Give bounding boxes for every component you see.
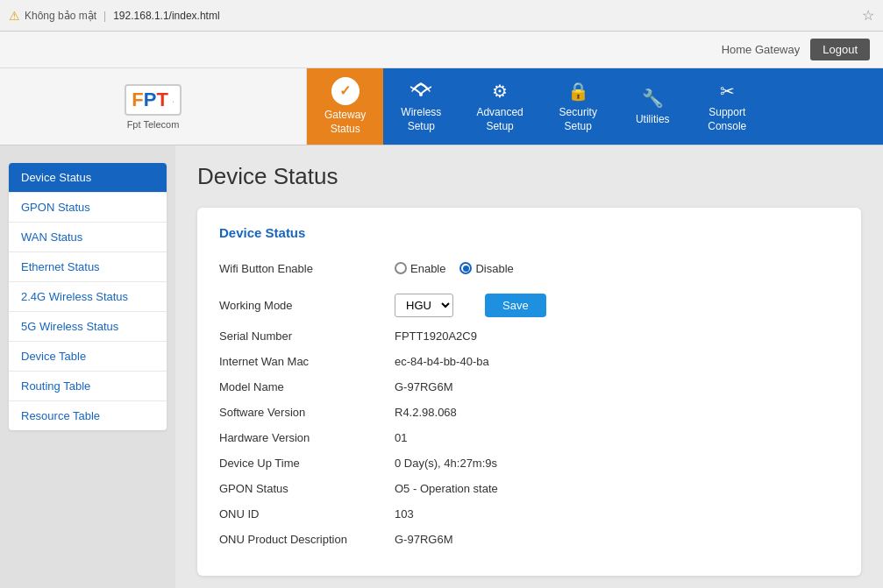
tab-support-console[interactable]: ✂ Support Console <box>690 68 765 145</box>
browser-bar: ⚠ Không bảo mật | 192.168.1.1/index.html… <box>0 0 883 32</box>
browser-url: 192.168.1.1/index.html <box>113 10 855 22</box>
sidebar-item-ethernet-status[interactable]: Ethernet Status <box>9 252 167 282</box>
svg-point-0 <box>419 93 423 96</box>
header-row: F P T . Fpt Telecom ✓ Gateway Status <box>0 68 883 145</box>
field-label-2: Model Name <box>219 380 395 393</box>
data-row: Model NameG-97RG6M <box>219 380 839 393</box>
tab-security-setup-label: Security Setup <box>559 106 597 133</box>
wifi-enable-option[interactable]: Enable <box>395 262 445 275</box>
field-label-4: Hardware Version <box>219 431 395 444</box>
tab-advanced-setup-label: Advanced Setup <box>476 106 523 133</box>
wifi-button-label: Wifi Button Enable <box>219 262 395 275</box>
field-label-6: GPON Status <box>219 482 395 495</box>
tab-advanced-setup[interactable]: ⚙ Advanced Setup <box>459 68 540 145</box>
fpt-letter-f: F <box>132 89 143 111</box>
field-value-3: R4.2.98.068 <box>395 406 457 419</box>
tab-security-setup[interactable]: 🔒 Security Setup <box>541 68 616 145</box>
field-value-8: G-97RG6M <box>395 533 452 546</box>
top-bar: Home Gateway Logout <box>0 32 883 68</box>
enable-label: Enable <box>410 262 445 275</box>
gateway-status-icon: ✓ <box>331 77 360 105</box>
sidebar-item-device-table[interactable]: Device Table <box>9 342 167 372</box>
data-row: Internet Wan Macec-84-b4-bb-40-ba <box>219 355 839 368</box>
enable-radio[interactable] <box>395 262 407 274</box>
sidebar-item-device-status[interactable]: Device Status <box>9 163 167 193</box>
data-row: Hardware Version01 <box>219 431 839 444</box>
field-label-3: Software Version <box>219 406 395 419</box>
wifi-button-radio-group: Enable Disable <box>395 262 514 275</box>
fpt-letter-p: P <box>144 89 157 111</box>
field-label-7: ONU ID <box>219 507 395 521</box>
bookmark-icon[interactable]: ☆ <box>862 7 874 24</box>
security-setup-icon: 🔒 <box>567 80 589 103</box>
brand-name: Fpt Telecom <box>127 119 180 130</box>
sidebar-item-wan-status[interactable]: WAN Status <box>9 223 167 252</box>
fpt-letter-t: T <box>156 89 167 111</box>
main-layout: Device Status GPON Status WAN Status Eth… <box>0 145 883 588</box>
field-label-5: Device Up Time <box>219 457 395 470</box>
tab-gateway-status-label: Gateway Status <box>324 109 366 136</box>
security-warning: ⚠ Không bảo mật <box>9 9 96 23</box>
device-status-card: Device Status Wifi Button Enable Enable … <box>197 208 861 576</box>
working-mode-value: HGU SFU Save <box>395 294 546 317</box>
wifi-button-row: Wifi Button Enable Enable Disable <box>219 256 839 280</box>
tab-utilities[interactable]: 🔧 Utilities <box>616 68 690 145</box>
field-value-0: FPTT1920A2C9 <box>395 329 477 343</box>
card-title: Device Status <box>219 225 839 240</box>
advanced-setup-icon: ⚙ <box>492 80 508 103</box>
disable-label: Disable <box>475 262 513 275</box>
field-value-1: ec-84-b4-bb-40-ba <box>395 355 489 368</box>
home-gateway-label: Home Gateway <box>722 43 801 56</box>
device-data-fields: Serial NumberFPTT1920A2C9Internet Wan Ma… <box>219 329 839 546</box>
data-row: GPON StatusO5 - Operation state <box>219 482 839 495</box>
data-row: Software VersionR4.2.98.068 <box>219 406 839 419</box>
page-title: Device Status <box>197 163 861 190</box>
main-nav: ✓ Gateway Status Wireless Setup ⚙ Advanc… <box>307 68 883 145</box>
data-row: ONU Product DescriptionG-97RG6M <box>219 533 839 546</box>
sidebar-item-gpon-status[interactable]: GPON Status <box>9 193 167 223</box>
content-area: Device Status Device Status Wifi Button … <box>175 145 883 588</box>
wifi-button-value: Enable Disable <box>395 262 514 275</box>
data-row: ONU ID103 <box>219 507 839 521</box>
tab-utilities-label: Utilities <box>636 113 670 127</box>
browser-divider: | <box>103 10 106 22</box>
sidebar-item-routing-table[interactable]: Routing Table <box>9 372 167 401</box>
working-mode-select[interactable]: HGU SFU <box>395 294 453 317</box>
tab-wireless-setup[interactable]: Wireless Setup <box>383 68 459 145</box>
tab-support-console-label: Support Console <box>708 106 746 133</box>
working-mode-label: Working Mode <box>219 299 395 312</box>
field-value-6: O5 - Operation state <box>395 482 498 495</box>
field-value-4: 01 <box>395 431 407 444</box>
wireless-setup-icon <box>409 80 432 103</box>
field-value-2: G-97RG6M <box>395 380 452 393</box>
sidebar-item-5g-wireless[interactable]: 5G Wireless Status <box>9 312 167 342</box>
save-button[interactable]: Save <box>485 294 546 317</box>
field-label-0: Serial Number <box>219 329 395 343</box>
utilities-icon: 🔧 <box>642 87 664 110</box>
tab-gateway-status[interactable]: ✓ Gateway Status <box>307 68 383 145</box>
logout-button[interactable]: Logout <box>810 39 870 60</box>
sidebar: Device Status GPON Status WAN Status Eth… <box>0 145 175 588</box>
data-row: Device Up Time0 Day(s), 4h:27m:9s <box>219 457 839 470</box>
sidebar-item-2g-wireless[interactable]: 2.4G Wireless Status <box>9 282 167 312</box>
field-label-8: ONU Product Description <box>219 533 395 546</box>
sidebar-item-resource-table[interactable]: Resource Table <box>9 401 167 430</box>
working-mode-row: Working Mode HGU SFU Save <box>219 293 839 317</box>
field-value-5: 0 Day(s), 4h:27m:9s <box>395 457 497 470</box>
fpt-logo: F P T . <box>125 84 181 116</box>
field-label-1: Internet Wan Mac <box>219 355 395 368</box>
sidebar-menu: Device Status GPON Status WAN Status Eth… <box>9 163 167 430</box>
warning-icon: ⚠ <box>9 9 20 23</box>
disable-radio[interactable] <box>459 262 472 274</box>
tab-wireless-setup-label: Wireless Setup <box>401 106 441 133</box>
wifi-disable-option[interactable]: Disable <box>459 262 513 275</box>
data-row: Serial NumberFPTT1920A2C9 <box>219 329 839 343</box>
logo-area: F P T . Fpt Telecom <box>0 68 307 145</box>
field-value-7: 103 <box>395 507 414 521</box>
fpt-dot: . <box>172 95 174 104</box>
support-console-icon: ✂ <box>720 80 735 103</box>
